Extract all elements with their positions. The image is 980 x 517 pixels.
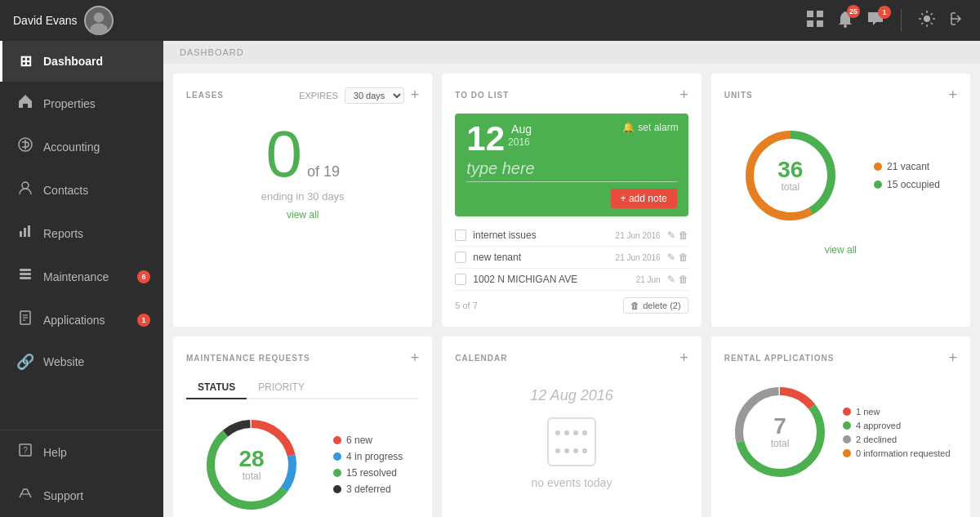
maint-label-progress: 4 in progress — [346, 451, 403, 462]
units-add-icon[interactable]: + — [948, 87, 957, 104]
todo-item: internet issues 21 Jun 2016 ✎ 🗑 — [455, 225, 688, 247]
calendar-add-icon[interactable]: + — [679, 350, 688, 367]
sidebar-item-applications-left: Applications — [16, 310, 105, 330]
edit-icon-1[interactable]: ✎ — [667, 230, 675, 241]
rental-legend: 1 new 4 approved 2 declined 0 infor — [843, 407, 951, 458]
calendar-card: CALENDAR + 12 Aug 2016 no — [442, 336, 701, 517]
calendar-no-events: no events today — [532, 476, 612, 489]
units-vacant-count: 21 vacant — [887, 161, 929, 172]
leases-view-all[interactable]: view all — [186, 209, 419, 221]
todo-item-text-3: 1002 N MICHIGAN AVE — [473, 274, 629, 285]
svg-rect-12 — [24, 228, 26, 237]
sidebar-item-dashboard[interactable]: ⊞ Dashboard — [0, 41, 163, 82]
topnav-icons: 25 1 — [806, 9, 967, 32]
todo-checkbox-3[interactable] — [455, 274, 466, 285]
sidebar-item-maintenance-left: Maintenance — [16, 266, 109, 287]
rental-dot-declined — [843, 435, 851, 443]
svg-point-2 — [90, 24, 107, 35]
rental-legend-0: 1 new — [843, 407, 951, 417]
units-legend: 21 vacant 15 occupied — [874, 161, 940, 190]
maint-legend-1: 4 in progress — [333, 451, 403, 462]
top-navigation: David Evans 25 1 — [0, 0, 980, 41]
applications-badge: 1 — [137, 314, 150, 327]
sidebar-item-support-left: Support — [16, 485, 83, 506]
dashboard-icon: ⊞ — [16, 52, 35, 70]
units-view-all[interactable]: view all — [724, 244, 957, 256]
rental-label-approved: 4 approved — [856, 421, 901, 430]
todo-item-text-1: internet issues — [473, 230, 608, 241]
rental-label-new: 1 new — [856, 407, 880, 417]
notification-bell-icon[interactable]: 25 — [837, 10, 853, 32]
maint-legend-0: 6 new — [333, 435, 403, 446]
sidebar-item-reports[interactable]: Reports — [0, 212, 163, 255]
sidebar-item-applications[interactable]: Applications 1 — [0, 298, 163, 341]
edit-icon-2[interactable]: ✎ — [667, 252, 675, 263]
rental-dot-new — [843, 408, 851, 416]
accounting-icon — [16, 136, 35, 157]
units-header: UNITS + — [724, 87, 957, 104]
rental-header: RENTAL APPLICATIONS + — [724, 350, 957, 367]
user-profile[interactable]: David Evans — [13, 6, 114, 35]
maintenance-donut-label: 28 total — [238, 448, 264, 482]
sidebar-item-support[interactable]: Support — [0, 474, 163, 517]
todo-checkbox-2[interactable] — [455, 252, 466, 263]
todo-date-display: 12 Aug 2016 🔔 set alarm — [466, 122, 676, 156]
leases-sub: ending in 30 days — [186, 190, 419, 203]
todo-add-icon[interactable]: + — [679, 87, 688, 104]
todo-item-3: 1002 N MICHIGAN AVE 21 Jun ✎ 🗑 — [455, 269, 688, 291]
expires-label: EXPIRES — [299, 91, 338, 100]
delete-icon-2[interactable]: 🗑 — [679, 252, 688, 263]
leases-count-display: 0 of 19 — [186, 114, 419, 187]
username: David Evans — [13, 14, 78, 27]
maintenance-tab-status[interactable]: STATUS — [186, 377, 247, 399]
cal-dot-6 — [564, 448, 569, 453]
delete-button[interactable]: 🗑 delete (2) — [623, 297, 688, 314]
todo-item-text-2: new tenant — [473, 252, 608, 263]
sidebar-item-properties[interactable]: Properties — [0, 82, 163, 125]
svg-point-7 — [844, 25, 847, 28]
todo-month-year: Aug 2016 — [508, 122, 532, 148]
svg-point-8 — [924, 16, 930, 22]
sidebar-item-website-left: 🔗 Website — [16, 353, 84, 371]
todo-footer: 5 of 7 🗑 delete (2) — [455, 297, 688, 314]
todo-item-actions-3: ✎ 🗑 — [667, 274, 688, 285]
rental-add-icon[interactable]: + — [948, 350, 957, 367]
edit-icon-3[interactable]: ✎ — [667, 274, 675, 285]
sidebar-item-website[interactable]: 🔗 Website — [0, 341, 163, 382]
todo-showing: 5 of 7 — [455, 301, 478, 310]
maintenance-tab-priority[interactable]: PRIORITY — [247, 377, 316, 399]
content-area: DASHBOARD LEASES EXPIRES 30 days 60 days… — [163, 41, 980, 517]
maintenance-total-number: 28 — [238, 448, 264, 470]
todo-placeholder[interactable]: type here — [466, 159, 534, 177]
delete-icon-1[interactable]: 🗑 — [679, 230, 688, 241]
maintenance-total-text: total — [238, 470, 264, 482]
todo-alarm[interactable]: 🔔 set alarm — [622, 122, 678, 133]
settings-icon[interactable] — [918, 10, 936, 32]
rental-total-text: total — [771, 438, 790, 449]
logout-icon[interactable] — [949, 10, 967, 32]
todo-checkbox-1[interactable] — [455, 230, 466, 241]
chat-icon[interactable]: 1 — [866, 11, 884, 31]
sidebar-item-maintenance[interactable]: Maintenance 6 — [0, 255, 163, 298]
sidebar-item-contacts[interactable]: Contacts — [0, 168, 163, 212]
svg-rect-14 — [20, 269, 31, 271]
grid-view-icon[interactable] — [806, 10, 824, 32]
breadcrumb: DASHBOARD — [163, 41, 980, 64]
expires-select[interactable]: 30 days 60 days 90 days — [345, 87, 404, 104]
support-icon — [16, 485, 35, 506]
rental-legend-1: 4 approved — [843, 421, 951, 430]
sidebar-item-help[interactable]: ? Help — [0, 430, 163, 474]
vacant-dot — [874, 163, 882, 171]
website-icon: 🔗 — [16, 353, 35, 371]
applications-icon — [16, 310, 35, 330]
delete-icon-3[interactable]: 🗑 — [679, 274, 688, 285]
sidebar-label-contacts: Contacts — [43, 184, 88, 197]
add-note-button[interactable]: + add note — [611, 189, 677, 208]
maintenance-add-icon[interactable]: + — [411, 350, 420, 367]
calendar-icon — [547, 417, 596, 466]
rental-title: RENTAL APPLICATIONS — [724, 354, 835, 363]
sidebar-item-accounting[interactable]: Accounting — [0, 125, 163, 168]
alarm-label: set alarm — [638, 122, 678, 133]
svg-point-1 — [93, 12, 103, 22]
leases-add-icon[interactable]: + — [411, 87, 420, 104]
